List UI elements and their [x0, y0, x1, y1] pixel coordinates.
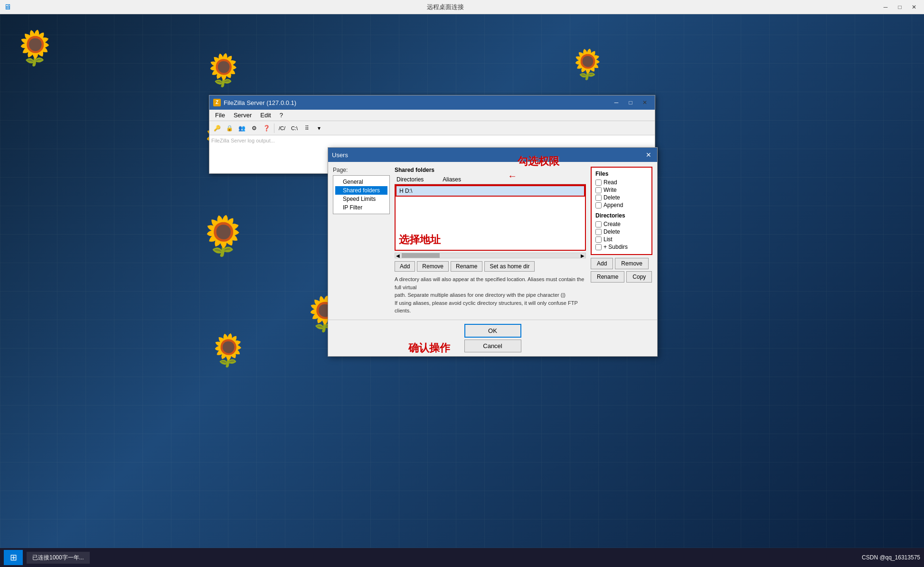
tb-settings-btn[interactable]: ⚙: [248, 123, 260, 134]
start-icon: ⊞: [10, 552, 17, 563]
create-checkbox-row: Create: [595, 221, 648, 227]
window-icon: 🖥: [4, 3, 11, 11]
dialog-body: Page: General Shared folders Speed Limit…: [328, 162, 657, 320]
set-home-btn[interactable]: Set as home dir: [484, 261, 535, 272]
directory-item[interactable]: H D:\: [396, 185, 585, 197]
read-checkbox-row: Read: [595, 179, 648, 186]
users-dialog: Users ✕ Page: General Shared folders Spe…: [328, 147, 658, 357]
fz-close-btn[interactable]: ✕: [639, 97, 651, 108]
write-checkbox[interactable]: [595, 187, 602, 193]
add-user-btn[interactable]: Add: [591, 258, 613, 269]
close-button[interactable]: ✕: [908, 2, 920, 12]
fz-maximize-btn[interactable]: □: [624, 97, 637, 108]
filezilla-menubar: File Server Edit ?: [209, 110, 655, 121]
write-checkbox-row: Write: [595, 187, 648, 193]
tb-help-btn[interactable]: ❓: [261, 123, 272, 134]
info-text-1: A directory alias will also appear at th…: [395, 275, 586, 315]
menu-help[interactable]: ?: [276, 111, 287, 120]
nav-general[interactable]: General: [335, 178, 387, 186]
menu-edit[interactable]: Edit: [256, 111, 274, 120]
minimize-button[interactable]: ─: [879, 2, 892, 12]
delete-dir-checkbox-row: Delete: [595, 228, 648, 235]
files-section: Files Read Write Delete Append Dire: [591, 167, 652, 255]
window-controls: ─ □ ✕: [879, 2, 920, 12]
scroll-left-btn[interactable]: ◀: [396, 253, 400, 258]
dirs-section-title: Directories: [595, 212, 648, 219]
dialog-titlebar: Users ✕: [328, 148, 657, 162]
remove-user-btn[interactable]: Remove: [615, 258, 649, 269]
nav-shared-folders[interactable]: Shared folders: [335, 186, 387, 195]
maximize-button[interactable]: □: [894, 2, 906, 12]
delete-file-checkbox-row: Delete: [595, 194, 648, 201]
col-directories: Directories: [396, 176, 424, 183]
nav-speed-limits[interactable]: Speed Limits: [335, 195, 387, 203]
middle-panel: Shared folders Directories Aliases H D:\…: [395, 167, 586, 315]
subdirs-label: + Subdirs: [603, 244, 628, 250]
tb-dropdown-btn[interactable]: ▾: [313, 123, 325, 134]
rename-user-btn[interactable]: Rename: [591, 271, 624, 283]
tb-path-drive-btn[interactable]: C:\: [289, 123, 300, 134]
remove-dir-btn[interactable]: Remove: [417, 261, 449, 272]
dir-item-text: H D:\: [399, 188, 412, 194]
right-panel: Files Read Write Delete Append Dire: [591, 167, 652, 315]
filezilla-titlebar: Z FileZilla Server (127.0.0.1) ─ □ ✕: [209, 95, 655, 110]
menu-file[interactable]: File: [211, 111, 229, 120]
add-dir-btn[interactable]: Add: [395, 261, 415, 272]
read-label: Read: [603, 179, 617, 186]
filezilla-icon: Z: [213, 99, 221, 106]
delete-dir-label: Delete: [603, 228, 620, 235]
right-action-buttons: Add Remove Rename Copy: [591, 258, 652, 283]
append-label: Append: [603, 202, 623, 208]
tb-grid-btn[interactable]: ⠿: [301, 123, 312, 134]
append-checkbox[interactable]: [595, 202, 602, 208]
taskbar-fz-item[interactable]: 已连接1000字一年...: [27, 552, 90, 564]
toolbar-separator: [274, 123, 274, 133]
scroll-right-btn[interactable]: ▶: [581, 253, 585, 258]
taskbar-right: CSDN @qq_16313575: [862, 554, 920, 561]
delete-file-checkbox[interactable]: [595, 195, 602, 201]
dialog-title: Users: [332, 151, 348, 159]
cancel-button[interactable]: Cancel: [464, 340, 521, 352]
start-button[interactable]: ⊞: [4, 550, 23, 565]
read-checkbox[interactable]: [595, 180, 602, 186]
left-panel: Page: General Shared folders Speed Limit…: [333, 167, 390, 315]
scroll-thumb[interactable]: [402, 253, 440, 258]
horizontal-scrollbar[interactable]: ◀ ▶: [395, 253, 586, 258]
rename-dir-btn[interactable]: Rename: [451, 261, 482, 272]
create-label: Create: [603, 221, 621, 227]
list-checkbox[interactable]: [595, 236, 602, 243]
outer-window-title: 远程桌面连接: [11, 3, 879, 11]
outer-window-titlebar: 🖥 远程桌面连接 ─ □ ✕: [0, 0, 924, 14]
list-label: List: [603, 236, 613, 243]
tb-users-btn[interactable]: 👥: [236, 123, 247, 134]
append-checkbox-row: Append: [595, 202, 648, 208]
menu-server[interactable]: Server: [230, 111, 255, 120]
delete-dir-checkbox[interactable]: [595, 229, 602, 235]
delete-file-label: Delete: [603, 194, 620, 201]
table-header: Directories Aliases: [395, 175, 586, 184]
write-label: Write: [603, 187, 617, 193]
ok-button[interactable]: OK: [464, 324, 521, 338]
tb-lock-btn[interactable]: 🔒: [224, 123, 235, 134]
subdirs-checkbox[interactable]: [595, 244, 602, 250]
dialog-footer: OK Cancel: [328, 320, 657, 356]
filezilla-title: FileZilla Server (127.0.0.1): [224, 99, 607, 106]
shared-folders-label: Shared folders: [395, 167, 586, 173]
dialog-close-btn[interactable]: ✕: [644, 150, 653, 160]
col-aliases: Aliases: [443, 176, 461, 183]
tb-connect-btn[interactable]: 🔑: [211, 123, 223, 134]
filezilla-log: FileZilla Server log output...: [211, 138, 275, 143]
copy-user-btn[interactable]: Copy: [626, 271, 652, 283]
taskbar: ⊞ 已连接1000字一年... CSDN @qq_16313575: [0, 548, 924, 567]
files-section-title: Files: [595, 170, 648, 177]
create-checkbox[interactable]: [595, 221, 602, 227]
nav-ip-filter[interactable]: IP Filter: [335, 203, 387, 212]
filezilla-toolbar: 🔑 🔒 👥 ⚙ ❓ /C/ C:\ ⠿ ▾: [209, 121, 655, 135]
subdirs-checkbox-row: + Subdirs: [595, 244, 648, 250]
taskbar-csdn-label: CSDN @qq_16313575: [862, 554, 920, 561]
nav-tree: General Shared folders Speed Limits IP F…: [333, 175, 390, 214]
tb-path-c-btn[interactable]: /C/: [276, 123, 288, 134]
directories-list[interactable]: H D:\: [395, 184, 586, 251]
page-label: Page:: [333, 167, 390, 173]
fz-minimize-btn[interactable]: ─: [610, 97, 622, 108]
